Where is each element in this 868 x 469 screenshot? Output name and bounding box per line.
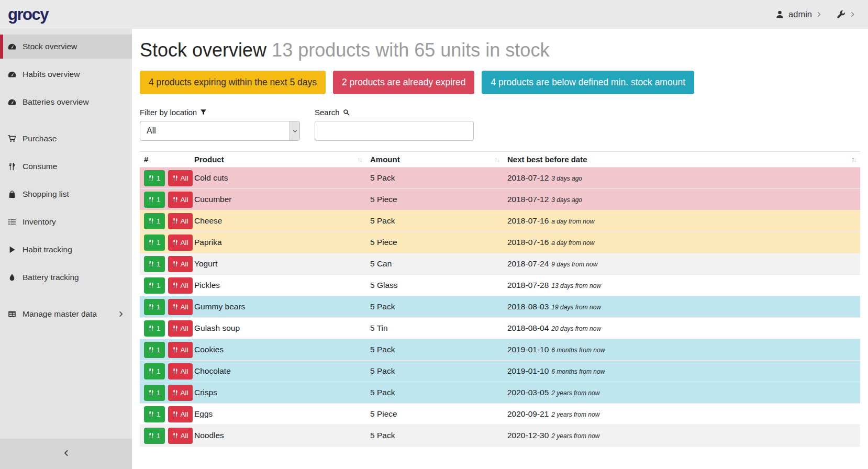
button-label: 1 bbox=[157, 432, 161, 440]
sidebar-item-manage-master-data[interactable]: Manage master data bbox=[0, 302, 132, 326]
best-before-date: 2018-07-12 bbox=[507, 195, 549, 204]
consume-all-button[interactable]: All bbox=[168, 170, 193, 186]
table-row: 1AllGulash soup5 Tin2018-08-0420 days fr… bbox=[140, 318, 860, 339]
consume-one-button[interactable]: 1 bbox=[144, 256, 165, 272]
main-content: Stock overview 13 products with 65 units… bbox=[132, 29, 868, 469]
best-before-date: 2020-12-30 bbox=[507, 431, 549, 440]
amount-value: 5 Pack bbox=[370, 388, 395, 397]
sidebar-item-inventory[interactable]: Inventory bbox=[0, 210, 132, 234]
consume-one-button[interactable]: 1 bbox=[144, 299, 165, 315]
table-row: 1AllCheese5 Pack2018-07-16a day from now bbox=[140, 210, 860, 232]
table-row: 1AllEggs5 Piece2020-09-212 years from no… bbox=[140, 404, 860, 425]
consume-all-button[interactable]: All bbox=[168, 406, 193, 422]
relative-time: 3 days ago bbox=[551, 175, 582, 182]
consume-one-button[interactable]: 1 bbox=[144, 363, 165, 379]
shopping-bag-icon bbox=[8, 190, 18, 198]
utensils-icon bbox=[148, 432, 154, 439]
sidebar-item-habits-overview[interactable]: Habits overview bbox=[0, 62, 132, 86]
search-input[interactable] bbox=[315, 121, 474, 141]
utensils-icon bbox=[148, 218, 154, 224]
consume-one-button[interactable]: 1 bbox=[144, 320, 165, 337]
tint-icon bbox=[8, 273, 18, 282]
status-badge[interactable]: 4 products are below defined min. stock … bbox=[482, 71, 694, 94]
consume-one-button[interactable]: 1 bbox=[144, 277, 165, 294]
sidebar-item-label: Consume bbox=[23, 162, 57, 171]
sidebar-item-battery-tracking[interactable]: Battery tracking bbox=[0, 265, 132, 289]
column-header-label: Amount bbox=[370, 155, 400, 164]
location-select-value: All bbox=[147, 126, 156, 136]
column-header-label: Next best before date bbox=[507, 155, 587, 164]
consume-all-button[interactable]: All bbox=[168, 234, 193, 251]
status-badge[interactable]: 2 products are already expired bbox=[333, 71, 474, 94]
button-label: All bbox=[181, 217, 188, 225]
sidebar-item-shopping-list[interactable]: Shopping list bbox=[0, 182, 132, 206]
sidebar-collapse-button[interactable] bbox=[0, 439, 132, 469]
consume-all-button[interactable]: All bbox=[168, 213, 193, 229]
consume-one-button[interactable]: 1 bbox=[144, 234, 165, 251]
column-header-product[interactable]: Product↑↓ bbox=[190, 152, 366, 168]
relative-time: 19 days from now bbox=[551, 304, 601, 311]
utensils-icon bbox=[148, 196, 154, 203]
sidebar-item-consume[interactable]: Consume bbox=[0, 154, 132, 178]
product-name: Cucumber bbox=[194, 195, 232, 204]
status-badge[interactable]: 4 products expiring within the next 5 da… bbox=[140, 71, 326, 94]
table-row: 1AllCrisps5 Pack2020-03-052 years from n… bbox=[140, 382, 860, 404]
utensils-icon bbox=[148, 239, 154, 245]
shopping-cart-icon bbox=[8, 135, 18, 143]
sidebar-item-habit-tracking[interactable]: Habit tracking bbox=[0, 238, 132, 262]
amount-value: 5 Pack bbox=[370, 366, 395, 375]
best-before-date: 2018-07-16 bbox=[507, 238, 549, 247]
consume-all-button[interactable]: All bbox=[168, 256, 193, 272]
consume-one-button[interactable]: 1 bbox=[144, 170, 165, 186]
consume-all-button[interactable]: All bbox=[168, 428, 193, 444]
product-name: Chocolate bbox=[194, 366, 231, 375]
sidebar-item-batteries-overview[interactable]: Batteries overview bbox=[0, 90, 132, 114]
button-label: All bbox=[181, 282, 188, 289]
search-block: Search bbox=[315, 108, 474, 141]
column-header-amount[interactable]: Amount↑↓ bbox=[366, 152, 503, 168]
button-label: All bbox=[181, 239, 188, 247]
consume-all-button[interactable]: All bbox=[168, 320, 193, 337]
consume-one-button[interactable]: 1 bbox=[144, 342, 165, 358]
page-title: Stock overview bbox=[140, 39, 266, 61]
consume-one-button[interactable]: 1 bbox=[144, 428, 165, 444]
button-label: All bbox=[181, 367, 188, 375]
amount-value: 5 Piece bbox=[370, 409, 397, 418]
sidebar: Stock overviewHabits overviewBatteries o… bbox=[0, 29, 132, 469]
search-label: Search bbox=[315, 108, 474, 117]
product-name: Cheese bbox=[194, 216, 222, 225]
consume-one-button[interactable]: 1 bbox=[144, 213, 165, 229]
consume-all-button[interactable]: All bbox=[168, 385, 193, 401]
amount-value: 5 Pack bbox=[370, 173, 395, 182]
relative-time: a day from now bbox=[551, 218, 594, 225]
best-before-date: 2018-07-24 bbox=[507, 259, 549, 268]
consume-all-button[interactable]: All bbox=[168, 299, 193, 315]
best-before-date: 2019-01-10 bbox=[507, 345, 549, 354]
relative-time: 6 months from now bbox=[551, 368, 605, 375]
consume-all-button[interactable]: All bbox=[168, 192, 193, 208]
sidebar-item-purchase[interactable]: Purchase bbox=[0, 127, 132, 151]
consume-one-button[interactable]: 1 bbox=[144, 385, 165, 401]
utensils-icon bbox=[172, 389, 179, 396]
settings-menu[interactable] bbox=[837, 10, 855, 19]
best-before-date: 2020-09-21 bbox=[507, 409, 549, 418]
utensils-icon bbox=[172, 304, 179, 310]
column-header-next-best-before-date[interactable]: Next best before date↑↓ bbox=[503, 152, 860, 168]
button-label: All bbox=[181, 196, 188, 204]
consume-all-button[interactable]: All bbox=[168, 363, 193, 379]
button-label: All bbox=[181, 325, 188, 332]
utensils-icon bbox=[148, 282, 154, 288]
consume-all-button[interactable]: All bbox=[168, 277, 193, 294]
location-select[interactable]: All bbox=[140, 121, 300, 141]
sidebar-item-stock-overview[interactable]: Stock overview bbox=[0, 35, 132, 59]
wrench-icon bbox=[837, 10, 845, 19]
tachometer-icon bbox=[8, 70, 18, 79]
user-menu[interactable]: admin bbox=[775, 9, 822, 19]
location-filter-block: Filter by location All bbox=[140, 108, 300, 141]
app-logo[interactable]: grocy bbox=[8, 5, 48, 24]
amount-value: 5 Can bbox=[370, 259, 392, 268]
consume-all-button[interactable]: All bbox=[168, 342, 193, 358]
consume-one-button[interactable]: 1 bbox=[144, 406, 165, 422]
consume-one-button[interactable]: 1 bbox=[144, 192, 165, 208]
utensils-icon bbox=[148, 261, 154, 267]
